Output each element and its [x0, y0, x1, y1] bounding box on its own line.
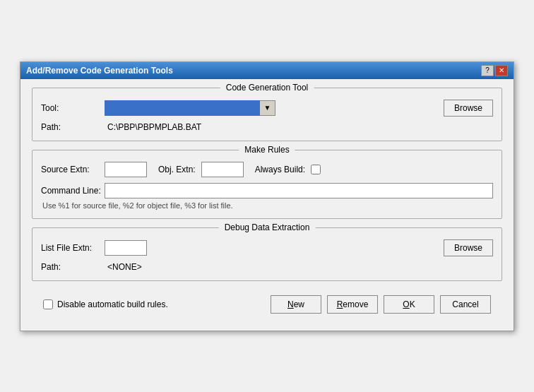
new-button[interactable]: New: [271, 295, 321, 314]
dropdown-arrow[interactable]: ▼: [260, 100, 275, 116]
debug-data-content: List File Extn: LST Browse Path: <NONE>: [41, 239, 493, 272]
remove-button[interactable]: Remove: [327, 295, 378, 314]
debug-path-value: <NONE>: [107, 262, 142, 272]
debug-browse-button[interactable]: Browse: [444, 239, 493, 256]
debug-data-group: Debug Data Extraction List File Extn: LS…: [32, 227, 502, 281]
help-button[interactable]: ?: [481, 65, 494, 76]
code-gen-path-row: Path: C:\PBP\PBPMPLAB.BAT: [41, 122, 493, 132]
main-dialog: Add/Remove Code Generation Tools ? ✕ Cod…: [20, 61, 514, 331]
code-gen-legend: Code Generation Tool: [220, 83, 314, 93]
footer: Disable automatic build rules. New Remov…: [32, 290, 502, 319]
obj-extn-label: Obj. Extn:: [158, 165, 196, 174]
list-file-row: List File Extn: LST Browse: [41, 239, 493, 256]
obj-extn-input[interactable]: COF: [201, 162, 244, 177]
cancel-label: Cancel: [452, 299, 478, 309]
extn-row: Source Extn: PBP Obj. Extn: COF Always B…: [41, 162, 493, 177]
make-rules-group: Make Rules Source Extn: PBP Obj. Extn: C…: [32, 150, 502, 219]
make-rules-legend: Make Rules: [239, 145, 295, 155]
list-file-input[interactable]: LST: [105, 240, 147, 256]
dialog-title: Add/Remove Code Generation Tools: [26, 66, 173, 76]
disable-auto-rules-checkbox[interactable]: [43, 299, 53, 309]
cmdline-row: Command Line: %1 -ampasmwin -oq -k#: [41, 183, 493, 198]
always-build-label: Always Build:: [255, 165, 305, 174]
close-button[interactable]: ✕: [495, 65, 508, 76]
tool-label: Tool:: [41, 103, 105, 113]
tool-input[interactable]: PBPMPLAB: [105, 100, 260, 116]
code-gen-browse-button[interactable]: Browse: [444, 100, 493, 117]
disable-label: Disable automatic build rules.: [57, 299, 168, 309]
tool-row: Tool: PBPMPLAB ▼ Browse: [41, 100, 493, 117]
code-gen-path-label: Path:: [41, 122, 105, 132]
command-line-label: Command Line:: [41, 186, 105, 196]
title-bar: Add/Remove Code Generation Tools ? ✕: [20, 62, 514, 79]
code-gen-tool-group: Code Generation Tool Tool: PBPMPLAB ▼ Br…: [32, 88, 502, 141]
code-gen-content: Tool: PBPMPLAB ▼ Browse Path: C:\PBP\PBP…: [41, 100, 493, 132]
code-gen-path-value: C:\PBP\PBPMPLAB.BAT: [107, 122, 201, 132]
source-extn-label: Source Extn:: [41, 165, 105, 174]
debug-data-legend: Debug Data Extraction: [219, 222, 316, 232]
hint-text: Use %1 for source file, %2 for object fi…: [42, 201, 493, 210]
ok-button[interactable]: OK: [384, 295, 434, 314]
command-line-input[interactable]: %1 -ampasmwin -oq -k#: [105, 183, 493, 198]
tool-dropdown-container: PBPMPLAB ▼: [105, 100, 444, 116]
debug-path-row: Path: <NONE>: [41, 262, 493, 272]
dialog-buttons: New Remove OK Cancel: [271, 295, 491, 314]
list-file-label: List File Extn:: [41, 243, 105, 253]
title-bar-buttons: ? ✕: [481, 65, 508, 76]
always-build-checkbox[interactable]: [311, 165, 321, 174]
source-extn-input[interactable]: PBP: [105, 162, 147, 177]
cancel-button[interactable]: Cancel: [440, 295, 491, 314]
dialog-content: Code Generation Tool Tool: PBPMPLAB ▼ Br…: [20, 79, 514, 331]
disable-checkbox-row: Disable automatic build rules.: [43, 299, 168, 309]
debug-path-label: Path:: [41, 262, 105, 272]
make-rules-content: Source Extn: PBP Obj. Extn: COF Always B…: [41, 162, 493, 210]
